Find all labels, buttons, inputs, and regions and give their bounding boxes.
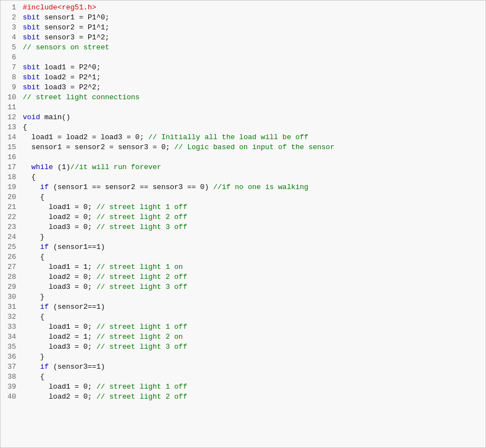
token: // street light 2 on bbox=[97, 333, 183, 341]
token: sbit bbox=[23, 33, 44, 42]
token: load2 = P2^1; bbox=[44, 73, 100, 82]
token: while bbox=[32, 163, 53, 171]
token: // sensors on street bbox=[23, 43, 109, 52]
code-line: 12void main() bbox=[1, 113, 485, 123]
token: sbit bbox=[23, 73, 44, 82]
line-number: 32 bbox=[1, 313, 21, 321]
token: //if no one is walking bbox=[213, 183, 308, 191]
line-number: 37 bbox=[1, 363, 21, 371]
code-line: 25 if (sensor1==1) bbox=[1, 242, 485, 252]
token: // street light 3 off bbox=[97, 343, 188, 351]
line-content bbox=[21, 103, 27, 111]
token: sbit bbox=[23, 83, 44, 91]
line-number: 27 bbox=[1, 263, 21, 271]
line-content: { bbox=[21, 313, 44, 321]
line-content bbox=[21, 53, 27, 62]
code-line: 6 bbox=[1, 53, 485, 63]
line-number: 22 bbox=[1, 213, 21, 221]
line-content: load3 = 0; // street light 3 off bbox=[21, 223, 187, 231]
line-number: 24 bbox=[1, 233, 21, 241]
line-content: load3 = 0; // street light 3 off bbox=[21, 283, 187, 291]
token: // street light 1 off bbox=[97, 203, 188, 211]
token: load2 = 0; bbox=[23, 273, 97, 281]
token: if bbox=[40, 183, 49, 191]
token: // street light 3 off bbox=[97, 223, 188, 231]
token: load1 = load2 = load3 = 0; bbox=[23, 133, 148, 141]
code-line: 9sbit load3 = P2^2; bbox=[1, 83, 485, 93]
token: sbit bbox=[23, 23, 44, 32]
token: load3 = P2^2; bbox=[44, 83, 100, 91]
line-number: 36 bbox=[1, 353, 21, 361]
code-line: 23 load3 = 0; // street light 3 off bbox=[1, 222, 485, 232]
token: (sensor3==1) bbox=[49, 363, 105, 371]
line-content: } bbox=[21, 353, 44, 361]
token: if bbox=[40, 363, 49, 371]
line-content: load2 = 0; // street light 2 off bbox=[21, 393, 187, 401]
code-line: 24 } bbox=[1, 232, 485, 242]
line-content: #include<reg51.h> bbox=[21, 3, 97, 12]
line-number: 21 bbox=[1, 203, 21, 211]
token: } bbox=[23, 233, 44, 241]
token: } bbox=[23, 293, 44, 301]
line-number: 1 bbox=[1, 3, 21, 12]
token: // street light connections bbox=[23, 93, 140, 101]
line-number: 8 bbox=[1, 73, 21, 82]
token: load1 = 0; bbox=[23, 383, 97, 391]
line-number: 33 bbox=[1, 323, 21, 331]
line-content: load1 = 0; // street light 1 off bbox=[21, 203, 187, 211]
token: sbit bbox=[23, 13, 44, 22]
line-content bbox=[21, 153, 27, 161]
line-number: 35 bbox=[1, 343, 21, 351]
code-line: 27 load1 = 1; // street light 1 on bbox=[1, 262, 485, 272]
line-number: 3 bbox=[1, 23, 21, 32]
code-line: 10// street light connections bbox=[1, 93, 485, 103]
token: } bbox=[23, 353, 44, 361]
token bbox=[23, 243, 40, 251]
line-content: sensor1 = sensor2 = sensor3 = 0; // Logi… bbox=[21, 143, 335, 151]
line-number: 9 bbox=[1, 83, 21, 91]
token: // street light 1 off bbox=[97, 323, 188, 331]
line-content: sbit load1 = P2^0; bbox=[21, 63, 100, 72]
line-content: load2 = 0; // street light 2 off bbox=[21, 273, 187, 281]
token: main() bbox=[44, 113, 70, 121]
line-number: 29 bbox=[1, 283, 21, 291]
token bbox=[23, 183, 40, 191]
line-content: while (1)//it will run forever bbox=[21, 163, 161, 171]
code-line: 15 sensor1 = sensor2 = sensor3 = 0; // L… bbox=[1, 142, 485, 152]
token: load3 = 0; bbox=[23, 343, 97, 351]
code-line: 1#include<reg51.h> bbox=[1, 3, 485, 13]
line-content: load1 = 0; // street light 1 off bbox=[21, 323, 187, 331]
token: load2 = 0; bbox=[23, 393, 97, 401]
token: { bbox=[23, 123, 27, 131]
line-content: if (sensor1 == sensor2 == sensor3 == 0) … bbox=[21, 183, 308, 191]
line-number: 20 bbox=[1, 193, 21, 201]
code-line: 39 load1 = 0; // street light 1 off bbox=[1, 382, 485, 392]
code-line: 11 bbox=[1, 103, 485, 113]
token: { bbox=[23, 373, 44, 381]
token bbox=[23, 303, 40, 311]
token: { bbox=[23, 173, 36, 181]
line-content: sbit sensor2 = P1^1; bbox=[21, 23, 109, 32]
line-number: 2 bbox=[1, 13, 21, 22]
token: (sensor1 == sensor2 == sensor3 == 0) bbox=[49, 183, 213, 191]
token: // street light 2 off bbox=[97, 393, 188, 401]
code-line: 2sbit sensor1 = P1^0; bbox=[1, 13, 485, 23]
line-content: load2 = 0; // street light 2 off bbox=[21, 213, 187, 221]
code-editor: 1#include<reg51.h>2sbit sensor1 = P1^0;3… bbox=[0, 0, 486, 448]
code-line: 3sbit sensor2 = P1^1; bbox=[1, 23, 485, 33]
token: { bbox=[23, 253, 44, 261]
line-content: } bbox=[21, 233, 44, 241]
line-content: // street light connections bbox=[21, 93, 140, 101]
token bbox=[23, 363, 40, 371]
line-content: load2 = 1; // street light 2 on bbox=[21, 333, 183, 341]
line-content: load3 = 0; // street light 3 off bbox=[21, 343, 187, 351]
line-content: sbit sensor3 = P1^2; bbox=[21, 33, 109, 42]
code-line: 40 load2 = 0; // street light 2 off bbox=[1, 392, 485, 402]
code-line: 20 { bbox=[1, 192, 485, 202]
line-number: 38 bbox=[1, 373, 21, 381]
line-number: 18 bbox=[1, 173, 21, 181]
token: sensor1 = P1^0; bbox=[44, 13, 109, 22]
line-number: 12 bbox=[1, 113, 21, 121]
line-number: 6 bbox=[1, 53, 21, 62]
code-line: 34 load2 = 1; // street light 2 on bbox=[1, 332, 485, 342]
